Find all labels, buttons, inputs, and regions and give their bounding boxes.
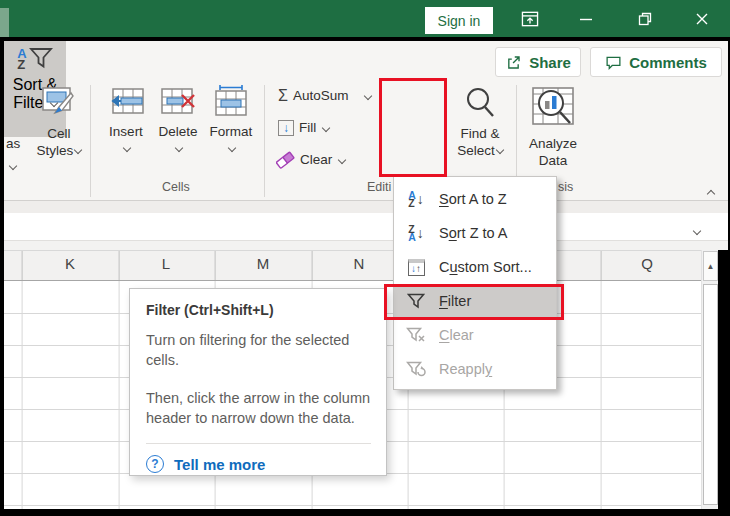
- clear-filter-icon: [404, 326, 428, 344]
- tooltip-title: Filter (Ctrl+Shift+L): [146, 302, 371, 318]
- cell-styles-chevron: [74, 146, 82, 154]
- editing-group-label: Editi: [367, 180, 391, 194]
- insert-chevron: [122, 140, 130, 157]
- expand-formula-bar-chevron[interactable]: [692, 222, 700, 240]
- cell-styles-icon: [41, 85, 77, 119]
- close-icon: [695, 12, 709, 26]
- collapse-ribbon-button[interactable]: [706, 181, 726, 197]
- column-header-Q[interactable]: Q: [599, 255, 695, 272]
- fill-button[interactable]: ↓ Fill: [278, 118, 329, 137]
- autosum-sigma-icon: Σ: [278, 87, 288, 105]
- column-header-L[interactable]: L: [118, 255, 214, 272]
- sort-z-to-a-icon: ZA ↓: [404, 225, 428, 242]
- restore-button[interactable]: [629, 6, 661, 32]
- comments-icon: [605, 54, 622, 71]
- menu-item-sort-a-to-z[interactable]: AZ ↓ Sort A to Z: [394, 182, 556, 216]
- analyze-data-button[interactable]: Analyze Data: [522, 81, 584, 175]
- ribbon-display-options-icon: [521, 11, 539, 27]
- ribbon: Share Comments as Cell Styles: [4, 41, 728, 200]
- format-as-table-label-partial: as: [6, 136, 20, 151]
- tell-me-more-link[interactable]: ? Tell me more: [146, 455, 371, 473]
- insert-label: Insert: [109, 123, 143, 140]
- menu-item-label: Filter: [439, 293, 471, 309]
- close-button[interactable]: [686, 6, 718, 32]
- tooltip-divider: [146, 443, 371, 444]
- autosum-label: AutoSum: [293, 88, 349, 103]
- share-label: Share: [529, 54, 571, 71]
- frame-edge: [0, 509, 730, 516]
- ribbon-bottom-band: [4, 200, 728, 213]
- cell-styles-label-2: Styles: [37, 142, 82, 159]
- delete-button[interactable]: Delete: [152, 81, 204, 175]
- sign-in-button[interactable]: Sign in: [425, 7, 493, 34]
- menu-item-label: Reapply: [439, 361, 492, 377]
- group-divider: [90, 85, 91, 197]
- menu-item-label: Clear: [439, 327, 474, 343]
- frame-edge: [0, 37, 730, 41]
- cells-group-label: Cells: [162, 180, 190, 194]
- find-select-chevron: [496, 146, 504, 154]
- formula-bar[interactable]: [4, 213, 728, 241]
- tooltip-paragraph-1: Turn on filtering for the selected cells…: [146, 331, 371, 370]
- clear-label: Clear: [300, 152, 332, 167]
- menu-item-custom-sort[interactable]: ↓↑ Custom Sort...: [394, 250, 556, 284]
- frame-edge: [0, 37, 4, 516]
- format-label: Format: [210, 123, 253, 140]
- clear-button[interactable]: Clear: [276, 150, 345, 169]
- magnifier-icon: [464, 86, 496, 120]
- column-header-K[interactable]: K: [22, 255, 118, 272]
- title-bar: Sign in: [0, 0, 730, 37]
- find-select-label-1: Find &: [460, 125, 499, 142]
- ribbon-display-options-button[interactable]: [514, 6, 546, 32]
- cell-styles-button[interactable]: Cell Styles: [30, 81, 88, 175]
- comments-label: Comments: [629, 54, 707, 71]
- help-circle-icon: ?: [146, 455, 164, 473]
- band: [4, 241, 728, 250]
- scroll-up-button[interactable]: ▲: [703, 251, 718, 281]
- column-header-row: K L M N Q: [4, 250, 701, 281]
- sign-in-label: Sign in: [438, 13, 481, 29]
- tell-me-more-label: Tell me more: [174, 456, 265, 473]
- minimize-icon: [579, 12, 593, 26]
- autosum-button[interactable]: Σ AutoSum: [278, 86, 371, 105]
- format-cells-icon: [212, 83, 250, 117]
- format-button[interactable]: Format: [204, 81, 258, 175]
- comments-button[interactable]: Comments: [590, 47, 722, 77]
- delete-cells-icon: [159, 87, 197, 117]
- scrollbar-thumb[interactable]: [703, 284, 718, 505]
- cell-styles-label-1: Cell: [47, 125, 70, 142]
- find-select-label-2: Select: [457, 142, 503, 159]
- analyze-data-label-2: Data: [539, 152, 568, 169]
- share-icon: [505, 54, 522, 71]
- titlebar-accent: [0, 8, 9, 37]
- tooltip-paragraph-2: Then, click the arrow in the column head…: [146, 389, 371, 428]
- insert-button[interactable]: Insert: [100, 81, 152, 175]
- share-button[interactable]: Share: [495, 47, 581, 77]
- menu-item-sort-z-to-a[interactable]: ZA ↓ Sort Z to A: [394, 216, 556, 250]
- eraser-icon: [276, 151, 295, 169]
- format-as-table-button[interactable]: as: [6, 136, 20, 151]
- autosum-chevron: [364, 91, 372, 99]
- custom-sort-icon: ↓↑: [404, 259, 428, 276]
- fill-chevron: [322, 123, 330, 131]
- analysis-group-label: sis: [558, 180, 573, 194]
- reapply-filter-icon: [404, 360, 428, 378]
- menu-item-label: Sort Z to A: [439, 225, 508, 241]
- sort-a-to-z-icon: AZ ↓: [404, 191, 428, 208]
- analyze-data-label-1: Analyze: [529, 135, 577, 152]
- scroll-up-arrow-icon: ▲: [707, 262, 715, 271]
- menu-item-filter[interactable]: Filter: [394, 284, 556, 318]
- analyze-data-icon: [530, 83, 576, 131]
- format-as-table-dropdown-chevron[interactable]: [8, 157, 16, 175]
- group-divider: [264, 85, 265, 197]
- find-and-select-button[interactable]: Find & Select: [450, 81, 510, 175]
- sort-filter-dropdown-menu: AZ ↓ Sort A to Z ZA ↓ Sort Z to A ↓↑ Cus…: [393, 176, 557, 390]
- fill-label: Fill: [299, 120, 316, 135]
- menu-item-label: Sort A to Z: [439, 191, 507, 207]
- minimize-button[interactable]: [570, 6, 602, 32]
- insert-cells-icon: [107, 87, 145, 117]
- filter-funnel-icon: [404, 292, 428, 310]
- vertical-scrollbar[interactable]: ▲: [701, 250, 718, 509]
- restore-icon: [637, 11, 653, 27]
- column-header-M[interactable]: M: [215, 255, 311, 272]
